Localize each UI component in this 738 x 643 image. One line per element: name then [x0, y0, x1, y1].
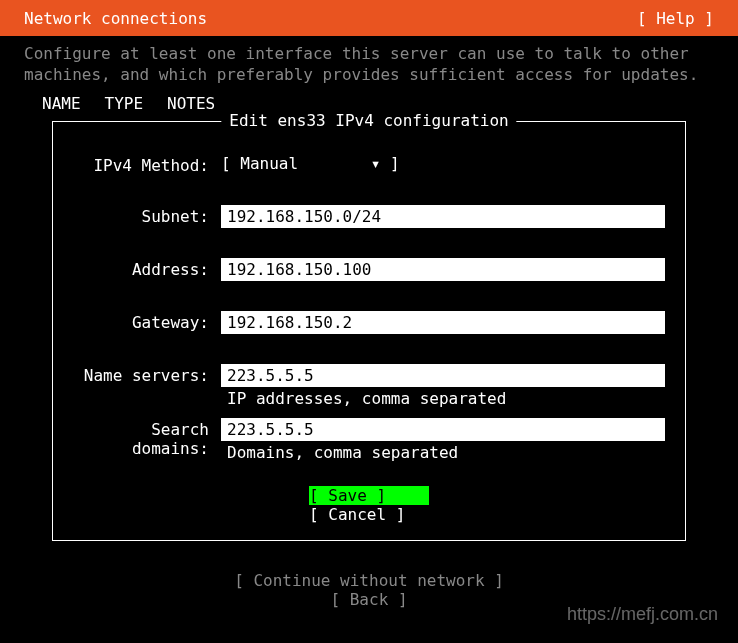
back-button[interactable]: [ Back ] — [244, 590, 494, 609]
chevron-down-icon: ▾ ] — [371, 154, 400, 173]
row-nameservers: Name servers: 223.5.5.5 IP addresses, co… — [53, 364, 685, 408]
dialog-buttons: [ Save ] [ Cancel ] — [53, 486, 685, 524]
col-notes: NOTES — [167, 94, 215, 113]
row-method: IPv4 Method: [ Manual ▾ ] — [53, 154, 685, 175]
dialog-box: Edit ens33 IPv4 configuration IPv4 Metho… — [52, 121, 686, 541]
label-method: IPv4 Method: — [73, 154, 221, 175]
dropdown-value: [ Manual — [221, 154, 361, 173]
input-subnet[interactable]: 192.168.150.0/24 — [221, 205, 665, 228]
row-gateway: Gateway: 192.168.150.2 — [53, 311, 685, 334]
dialog-title: Edit ens33 IPv4 configuration — [221, 111, 516, 130]
label-searchdomains: Search domains: — [73, 418, 221, 458]
col-type: TYPE — [105, 94, 144, 113]
header-bar: Network connections [ Help ] — [0, 0, 738, 36]
dropdown-ipv4-method[interactable]: [ Manual ▾ ] — [221, 154, 400, 173]
label-address: Address: — [73, 258, 221, 279]
continue-without-network-button[interactable]: [ Continue without network ] — [234, 571, 504, 590]
label-nameservers: Name servers: — [73, 364, 221, 385]
hint-searchdomains: Domains, comma separated — [221, 443, 665, 462]
row-address: Address: 192.168.150.100 — [53, 258, 685, 281]
row-searchdomains: Search domains: 223.5.5.5 Domains, comma… — [53, 418, 685, 462]
col-name: NAME — [42, 94, 81, 113]
watermark: https://mefj.com.cn — [567, 604, 718, 625]
page-description: Configure at least one interface this se… — [0, 36, 738, 90]
input-gateway[interactable]: 192.168.150.2 — [221, 311, 665, 334]
dialog-wrapper: Edit ens33 IPv4 configuration IPv4 Metho… — [0, 121, 738, 541]
label-subnet: Subnet: — [73, 205, 221, 226]
cancel-button[interactable]: [ Cancel ] — [309, 505, 429, 524]
hint-nameservers: IP addresses, comma separated — [221, 389, 665, 408]
input-address[interactable]: 192.168.150.100 — [221, 258, 665, 281]
row-subnet: Subnet: 192.168.150.0/24 — [53, 205, 685, 228]
save-button[interactable]: [ Save ] — [309, 486, 429, 505]
input-searchdomains[interactable]: 223.5.5.5 — [221, 418, 665, 441]
help-button[interactable]: [ Help ] — [637, 9, 714, 28]
bottom-actions: [ Continue without network ] [ Back ] — [0, 571, 738, 609]
page-title: Network connections — [24, 9, 207, 28]
input-nameservers[interactable]: 223.5.5.5 — [221, 364, 665, 387]
label-gateway: Gateway: — [73, 311, 221, 332]
